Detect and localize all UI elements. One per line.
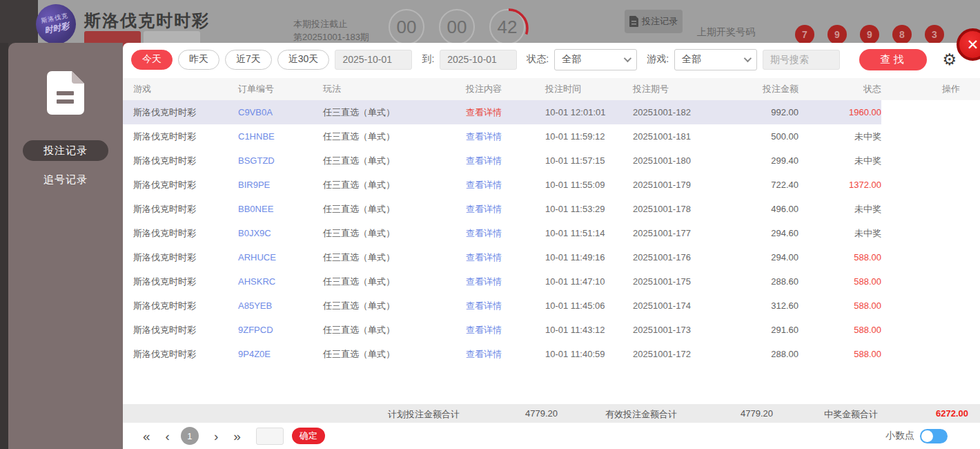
table-row[interactable]: 斯洛伐克时时彩9ZFPCD任三直选（单式）查看详情10-01 11:43:122…	[123, 318, 980, 342]
table-row[interactable]: 斯洛伐克时时彩AHSKRC任三直选（单式）查看详情10-01 11:47:102…	[123, 269, 980, 294]
draw-ball: 9	[860, 25, 879, 44]
prev-page-button[interactable]: ‹	[166, 430, 170, 443]
col-operation: 操作	[881, 78, 980, 100]
row-detail-link[interactable]: 查看详情	[466, 300, 545, 312]
period-search-input[interactable]	[763, 50, 840, 70]
win-total-value: 6272.00	[896, 408, 968, 419]
row-order-link[interactable]: C9VB0A	[238, 107, 323, 117]
row-operation	[881, 269, 980, 294]
row-detail-link[interactable]: 查看详情	[466, 227, 545, 240]
range-yesterday-button[interactable]: 昨天	[178, 50, 219, 70]
search-button[interactable]: 查找	[859, 49, 927, 70]
row-amount: 500.00	[718, 131, 798, 142]
row-time: 10-01 11:55:09	[545, 180, 633, 190]
header-bet-record-button[interactable]: 投注记录	[625, 10, 683, 33]
plan-total-value: 4779.20	[482, 408, 558, 419]
last-page-button[interactable]: »	[233, 430, 241, 443]
row-operation	[881, 100, 980, 124]
date-from-input[interactable]	[335, 50, 412, 70]
row-detail-link[interactable]: 查看详情	[466, 276, 545, 288]
row-amount: 291.60	[718, 325, 798, 335]
row-amount: 294.00	[718, 252, 798, 262]
row-time: 10-01 11:40:59	[545, 349, 633, 359]
col-amount: 投注金额	[718, 83, 798, 95]
row-status: 588.00	[798, 252, 881, 262]
row-order-link[interactable]: A85YEB	[238, 300, 323, 311]
table-row[interactable]: 斯洛伐克时时彩9P4Z0E任三直选（单式）查看详情10-01 11:40:592…	[123, 342, 980, 366]
row-amount: 288.60	[718, 276, 798, 287]
range-30days-button[interactable]: 近30天	[277, 50, 330, 70]
table-row[interactable]: 斯洛伐克时时彩BB0NEE任三直选（单式）查看详情10-01 11:53:292…	[123, 197, 980, 221]
row-play: 任三直选（单式）	[323, 348, 466, 361]
col-play: 玩法	[323, 83, 466, 95]
row-detail-link[interactable]: 查看详情	[466, 324, 545, 336]
row-order-link[interactable]: BSGTZD	[238, 155, 323, 166]
row-detail-link[interactable]: 查看详情	[466, 203, 545, 216]
document-icon	[629, 16, 638, 27]
game-label: 游戏:	[647, 53, 669, 66]
row-order-link[interactable]: BIR9PE	[238, 180, 323, 190]
deadline-label: 本期投注截止	[293, 17, 369, 30]
header-bet-record-label: 投注记录	[642, 15, 678, 28]
col-period: 投注期号	[633, 83, 718, 95]
page-left-dark-column	[0, 43, 8, 449]
range-today-button[interactable]: 今天	[131, 50, 173, 70]
table-row[interactable]: 斯洛伐克时时彩A85YEB任三直选（单式）查看详情10-01 11:45:062…	[123, 294, 980, 318]
row-play: 任三直选（单式）	[323, 131, 466, 143]
status-select[interactable]: 全部	[554, 49, 637, 70]
row-operation	[881, 221, 980, 245]
row-detail-link[interactable]: 查看详情	[466, 155, 545, 167]
row-time: 10-01 11:53:29	[545, 204, 633, 214]
row-detail-link[interactable]: 查看详情	[466, 348, 545, 361]
table-row[interactable]: 斯洛伐克时时彩BSGTZD任三直选（单式）查看详情10-01 11:57:152…	[123, 149, 980, 173]
row-operation	[881, 342, 980, 366]
current-page-button[interactable]: 1	[181, 427, 199, 445]
row-play: 任三直选（单式）	[323, 276, 466, 288]
row-order-link[interactable]: B0JX9C	[238, 228, 323, 238]
valid-total-label: 有效投注金额合计	[605, 408, 677, 421]
chevron-down-icon	[624, 55, 631, 62]
row-status: 未中奖	[798, 155, 881, 167]
row-order-link[interactable]: ARHUCE	[238, 252, 323, 262]
range-7days-button[interactable]: 近7天	[225, 50, 272, 70]
row-operation	[881, 173, 980, 197]
row-time: 10-01 11:51:14	[545, 228, 633, 238]
next-page-button[interactable]: ›	[214, 430, 218, 443]
row-detail-link[interactable]: 查看详情	[466, 179, 545, 191]
decimal-toggle-switch[interactable]	[920, 429, 948, 443]
first-page-button[interactable]: «	[143, 430, 150, 443]
row-detail-link[interactable]: 查看详情	[466, 251, 545, 264]
row-detail-link[interactable]: 查看详情	[466, 106, 545, 119]
row-operation	[881, 245, 980, 269]
row-period: 20251001-181	[633, 131, 718, 142]
gear-icon[interactable]: ⚙	[942, 52, 957, 68]
game-select[interactable]: 全部	[674, 49, 757, 70]
sidebar-item-chase-records[interactable]: 追号记录	[23, 169, 108, 190]
sidebar-item-bet-records[interactable]: 投注记录	[23, 140, 108, 161]
row-status: 1372.00	[798, 180, 881, 190]
table-row[interactable]: 斯洛伐克时时彩ARHUCE任三直选（单式）查看详情10-01 11:49:162…	[123, 245, 980, 269]
page-confirm-button[interactable]: 确定	[292, 428, 325, 444]
row-order-link[interactable]: C1HNBE	[238, 131, 323, 142]
summary-bar: 计划投注金额合计 4779.20 有效投注金额合计 4779.20 中奖金额合计…	[123, 404, 980, 423]
row-order-link[interactable]: 9ZFPCD	[238, 325, 323, 335]
row-detail-link[interactable]: 查看详情	[466, 131, 545, 143]
col-status: 状态	[798, 83, 881, 95]
row-period: 20251001-175	[633, 276, 718, 287]
row-amount: 294.60	[718, 228, 798, 238]
table-row[interactable]: 斯洛伐克时时彩B0JX9C任三直选（单式）查看详情10-01 11:51:142…	[123, 221, 980, 245]
countdown-minutes: 00	[439, 9, 475, 45]
row-order-link[interactable]: AHSKRC	[238, 276, 323, 287]
row-period: 20251001-182	[633, 107, 718, 117]
table-row[interactable]: 斯洛伐克时时彩C1HNBE任三直选（单式）查看详情10-01 11:59:122…	[123, 124, 980, 149]
date-to-input[interactable]	[440, 50, 517, 70]
row-order-link[interactable]: 9P4Z0E	[238, 349, 323, 359]
row-order-link[interactable]: BB0NEE	[238, 204, 323, 214]
page-jump-input[interactable]	[256, 428, 284, 445]
row-period: 20251001-177	[633, 228, 718, 238]
table-row[interactable]: 斯洛伐克时时彩C9VB0A任三直选（单式）查看详情10-01 12:01:012…	[123, 100, 980, 124]
row-game: 斯洛伐克时时彩	[133, 276, 238, 288]
pagination-bar: « ‹ 1 › » 确定 小数点	[123, 423, 980, 449]
table-row[interactable]: 斯洛伐克时时彩BIR9PE任三直选（单式）查看详情10-01 11:55:092…	[123, 173, 980, 197]
row-operation	[881, 294, 980, 318]
